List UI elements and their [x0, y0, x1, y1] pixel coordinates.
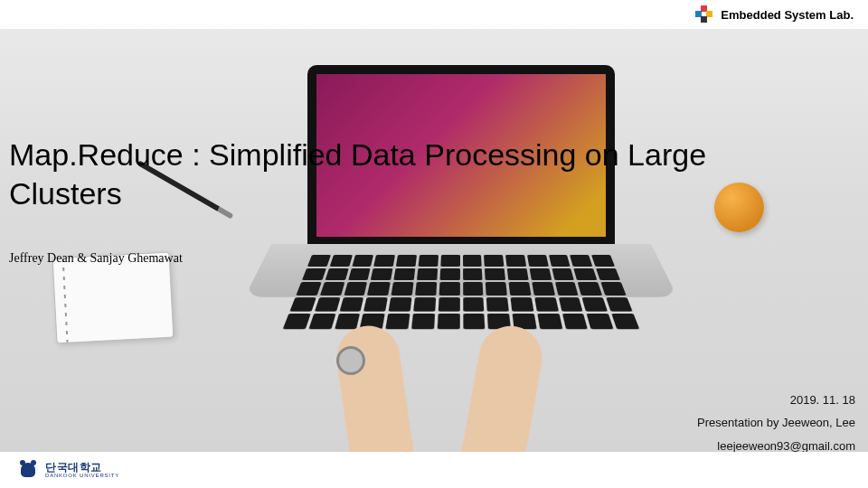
wristwatch-prop	[336, 346, 365, 375]
title-line-1: Map.Reduce : Simplified Data Processing …	[9, 137, 706, 172]
background-photo	[0, 29, 868, 452]
lab-logo-icon	[695, 5, 713, 23]
university-mark-icon	[16, 461, 40, 479]
lab-name: Embedded System Lab.	[721, 8, 854, 22]
presentation-slide: Embedded System Lab. Map.Reduce : Simpli…	[0, 0, 868, 488]
university-name-kr: 단국대학교	[45, 462, 119, 473]
hand-left-prop	[333, 322, 418, 452]
slide-title: Map.Reduce : Simplified Data Processing …	[9, 136, 706, 212]
university-logo: 단국대학교 DANKOOK UNIVERSITY	[16, 461, 119, 479]
university-name-en: DANKOOK UNIVERSITY	[45, 473, 119, 478]
paper-authors: Jeffrey Dean & Sanjay Ghemawat	[9, 251, 183, 266]
footer-bar: 단국대학교 DANKOOK UNIVERSITY	[0, 452, 868, 488]
hand-right-prop	[457, 321, 547, 452]
orange-prop	[714, 183, 764, 232]
presentation-date: 2019. 11. 18	[790, 393, 855, 407]
header-bar: Embedded System Lab.	[0, 0, 868, 29]
title-line-2: Clusters	[9, 176, 122, 211]
presenter-email: leejeeweon93@gmail.com	[717, 439, 855, 453]
keyboard-prop	[283, 255, 640, 329]
presenter-name: Presentation by Jeeweon, Lee	[697, 416, 855, 429]
